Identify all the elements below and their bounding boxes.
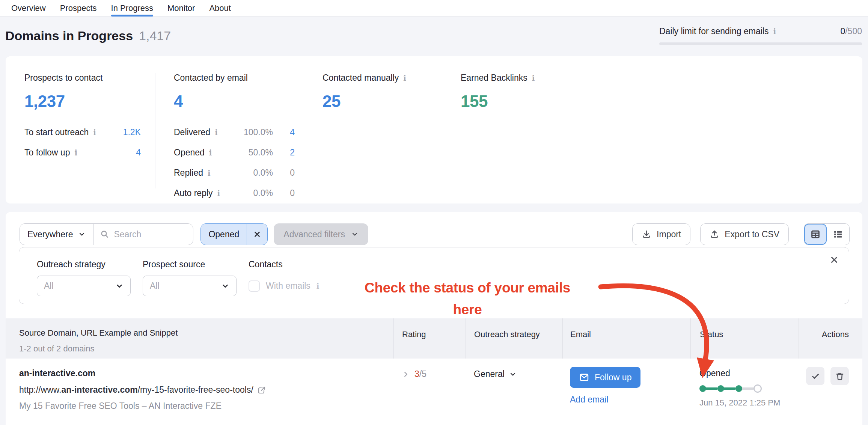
status-label: Opened bbox=[699, 368, 799, 378]
export-to-csv-button[interactable]: Export to CSV bbox=[700, 223, 789, 245]
stat-label: Prospects to contact bbox=[24, 73, 146, 83]
to-follow-up-value[interactable]: 4 bbox=[136, 148, 141, 158]
header-actions: Actions bbox=[799, 318, 862, 359]
stat-earned-backlinks: Earned Backlinks i 155 bbox=[442, 73, 862, 203]
stepper-dot bbox=[717, 385, 724, 392]
view-toggle bbox=[804, 223, 850, 245]
search-combo: Everywhere bbox=[20, 223, 193, 245]
info-icon[interactable]: i bbox=[773, 28, 776, 35]
email-cell: Follow up Add email bbox=[562, 359, 690, 423]
info-icon[interactable]: i bbox=[532, 74, 535, 82]
import-button[interactable]: Import bbox=[632, 223, 690, 245]
chevron-down-icon bbox=[351, 231, 359, 238]
tab-monitor[interactable]: Monitor bbox=[167, 0, 195, 16]
delete-button[interactable] bbox=[830, 367, 849, 385]
row-label: Opened bbox=[174, 148, 205, 158]
mark-done-button[interactable] bbox=[806, 367, 824, 385]
delivered-count[interactable]: 4 bbox=[285, 127, 295, 137]
info-icon[interactable]: i bbox=[209, 149, 212, 157]
contacts-filter: Contacts With emails i bbox=[249, 259, 319, 296]
opened-count[interactable]: 2 bbox=[285, 148, 295, 158]
follow-up-button[interactable]: Follow up bbox=[570, 367, 640, 388]
envelope-icon bbox=[579, 372, 589, 383]
info-icon[interactable]: i bbox=[215, 129, 218, 136]
outreach-cell: General bbox=[466, 359, 562, 423]
info-icon[interactable]: i bbox=[316, 282, 319, 290]
table-toolbar: Everywhere Opened bbox=[20, 223, 850, 245]
external-link-icon[interactable] bbox=[257, 386, 266, 395]
source-domain: an-interactive.com bbox=[19, 368, 393, 378]
rating-total: /5 bbox=[419, 369, 426, 379]
table-view-icon bbox=[810, 229, 821, 240]
rating-cell: 3/5 bbox=[393, 359, 466, 423]
remove-filter-icon[interactable] bbox=[247, 224, 267, 245]
tab-in-progress[interactable]: In Progress bbox=[111, 0, 154, 16]
tab-prospects[interactable]: Prospects bbox=[60, 0, 97, 16]
follow-up-label: Follow up bbox=[595, 372, 631, 383]
stepper-dot bbox=[753, 384, 762, 393]
info-icon[interactable]: i bbox=[74, 149, 77, 157]
auto-reply-percent: 0.0% bbox=[253, 188, 273, 198]
info-icon[interactable]: i bbox=[93, 129, 96, 136]
prospect-source-select[interactable]: All bbox=[143, 276, 237, 296]
close-filter-panel-icon[interactable] bbox=[829, 255, 839, 265]
contacted-manually-value: 25 bbox=[322, 92, 433, 111]
chevron-down-icon bbox=[78, 231, 86, 238]
tab-about[interactable]: About bbox=[209, 0, 231, 16]
stat-row-replied: Replied i 0.0% 0 bbox=[174, 168, 295, 178]
advanced-filters-button[interactable]: Advanced filters bbox=[274, 223, 368, 245]
chevron-down-icon bbox=[221, 282, 229, 290]
with-emails-checkbox[interactable] bbox=[249, 280, 260, 292]
info-icon[interactable]: i bbox=[217, 190, 220, 197]
import-download-icon bbox=[642, 229, 651, 239]
add-email-link[interactable]: Add email bbox=[570, 395, 690, 405]
header-rating: Rating bbox=[393, 318, 466, 359]
stat-row-opened: Opened i 50.0% 2 bbox=[174, 148, 295, 158]
prospects-to-contact-value: 1,237 bbox=[24, 92, 146, 111]
daily-limit-label: Daily limit for sending emails bbox=[659, 26, 769, 36]
stat-row-delivered: Delivered i 100.0% 4 bbox=[174, 127, 295, 137]
stepper-dot bbox=[735, 385, 742, 392]
filter-chip-label[interactable]: Opened bbox=[201, 224, 247, 245]
search-input[interactable] bbox=[114, 229, 186, 240]
filter-panel: Outreach strategy All Prospect source Al… bbox=[19, 247, 849, 304]
stats-card: Prospects to contact 1,237 To start outr… bbox=[6, 56, 862, 203]
expand-rating-icon[interactable] bbox=[402, 370, 410, 378]
info-icon[interactable]: i bbox=[208, 169, 211, 177]
replied-percent: 0.0% bbox=[253, 168, 273, 178]
source-cell: an-interactive.com http://www.an-interac… bbox=[6, 359, 393, 423]
stat-label: Contacted manually bbox=[322, 73, 399, 83]
info-icon[interactable]: i bbox=[403, 74, 406, 82]
stat-contacted-by-email: Contacted by email 4 Delivered i 100.0% … bbox=[155, 73, 304, 203]
row-label: Replied bbox=[174, 168, 203, 178]
header-email: Email bbox=[562, 318, 690, 359]
header-status: Status bbox=[690, 318, 799, 359]
table-view-button[interactable] bbox=[804, 224, 827, 245]
outreach-value: General bbox=[474, 369, 505, 379]
stepper-connector bbox=[706, 387, 717, 390]
outreach-strategy-select[interactable]: General bbox=[474, 369, 562, 379]
contacted-by-email-value: 4 bbox=[174, 92, 295, 111]
daily-limit-progress-bar bbox=[659, 42, 862, 45]
opened-percent: 50.0% bbox=[249, 148, 273, 158]
stat-prospects-to-contact: Prospects to contact 1,237 To start outr… bbox=[6, 73, 155, 203]
row-label: To start outreach bbox=[24, 127, 89, 137]
status-stepper bbox=[699, 384, 799, 393]
to-start-outreach-value[interactable]: 1.2K bbox=[123, 127, 141, 137]
earned-backlinks-value: 155 bbox=[461, 92, 853, 111]
prospect-source-filter: Prospect source All bbox=[143, 259, 237, 296]
table-row: an-interactive.com http://www.an-interac… bbox=[6, 359, 862, 423]
search-icon bbox=[100, 230, 109, 239]
replied-count: 0 bbox=[285, 168, 295, 178]
stat-row-to-follow-up: To follow up i 4 bbox=[24, 148, 141, 158]
list-view-button[interactable] bbox=[827, 224, 849, 245]
source-url: http://www.an-interactive.com/my-15-favo… bbox=[19, 385, 393, 395]
outreach-strategy-select[interactable]: All bbox=[37, 276, 131, 296]
export-upload-icon bbox=[710, 229, 719, 239]
tab-overview[interactable]: Overview bbox=[11, 0, 46, 16]
actions-cell bbox=[799, 359, 862, 423]
with-emails-label: With emails bbox=[266, 281, 310, 291]
stat-label: Earned Backlinks bbox=[461, 73, 527, 83]
search-scope-select[interactable]: Everywhere bbox=[20, 224, 93, 245]
source-snippet: My 15 Favorite Free SEO Tools – AN Inter… bbox=[19, 401, 393, 411]
